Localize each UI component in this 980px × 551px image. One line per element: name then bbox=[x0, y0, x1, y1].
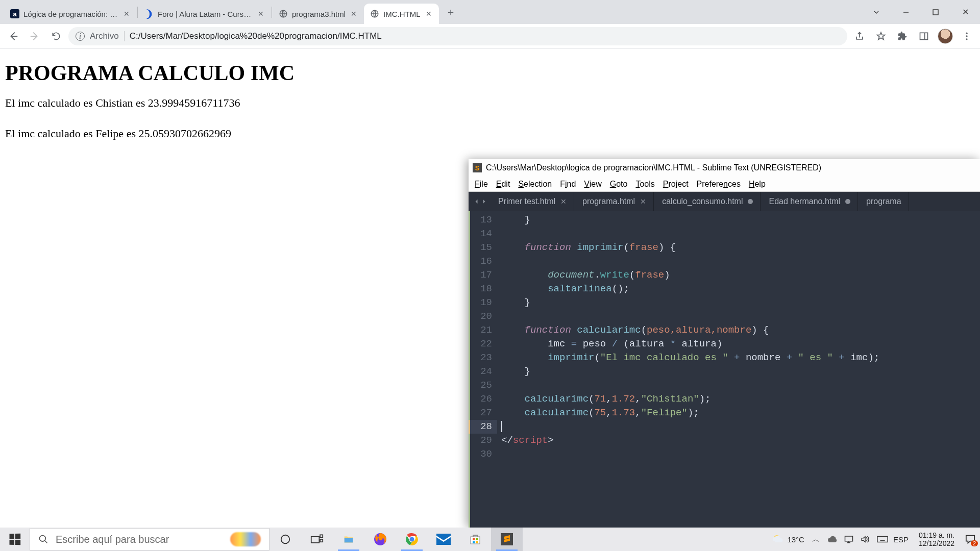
taskbar-clock[interactable]: 01:19 a. m. 12/12/2022 bbox=[916, 531, 958, 547]
browser-tab-2[interactable]: programa3.html ✕ bbox=[273, 4, 364, 24]
menu-preferences[interactable]: Preferences bbox=[694, 179, 744, 190]
cortana-icon[interactable] bbox=[270, 528, 301, 551]
menu-find[interactable]: Find bbox=[557, 179, 579, 190]
favicon-forum: ❩ bbox=[144, 9, 154, 18]
sublime-tab-4[interactable]: programa bbox=[859, 192, 909, 211]
tab-close-icon[interactable]: ✕ bbox=[425, 10, 433, 18]
windows-taskbar: Escribe aquí para buscar 13°C ︿ ESP 01:1… bbox=[0, 528, 980, 551]
svg-point-11 bbox=[281, 535, 290, 544]
tab-label: IMC.HTML bbox=[383, 10, 421, 18]
new-tab-button[interactable]: ＋ bbox=[442, 4, 459, 21]
weather-widget[interactable]: 13°C bbox=[772, 533, 804, 545]
windows-logo-icon bbox=[10, 534, 21, 545]
sublime-window: S C:\Users\Mar\Desktop\logica de program… bbox=[469, 159, 980, 528]
tray-chevron-icon[interactable]: ︿ bbox=[812, 535, 821, 544]
kebab-menu-icon[interactable] bbox=[958, 27, 976, 45]
tab-search-button[interactable] bbox=[862, 2, 891, 22]
sublime-tab-1[interactable]: programa.html✕ bbox=[575, 192, 654, 211]
profile-avatar[interactable] bbox=[936, 27, 954, 45]
sublime-tab-nav[interactable] bbox=[471, 198, 490, 205]
bookmark-star-icon[interactable] bbox=[872, 27, 890, 45]
address-bar[interactable]: i Archivo C:/Users/Mar/Desktop/logica%20… bbox=[68, 27, 847, 45]
menu-selection[interactable]: Selection bbox=[515, 179, 555, 190]
svg-rect-20 bbox=[473, 538, 475, 540]
svg-point-7 bbox=[966, 35, 967, 37]
onedrive-icon[interactable] bbox=[828, 536, 837, 543]
svg-rect-18 bbox=[436, 534, 451, 545]
input-language[interactable]: ESP bbox=[893, 535, 909, 544]
menu-edit[interactable]: Edit bbox=[493, 179, 513, 190]
tab-close-icon[interactable]: ✕ bbox=[350, 10, 358, 18]
start-button[interactable] bbox=[0, 528, 30, 551]
browser-tabstrip: a Lógica de programación: Primero ✕ ❩ Fo… bbox=[0, 0, 862, 24]
svg-rect-13 bbox=[320, 535, 323, 537]
microsoft-store-icon[interactable] bbox=[459, 528, 491, 551]
task-view-icon[interactable] bbox=[301, 528, 333, 551]
browser-tab-0[interactable]: a Lógica de programación: Primero ✕ bbox=[4, 4, 137, 24]
tab-separator bbox=[272, 7, 272, 18]
svg-rect-14 bbox=[320, 539, 323, 542]
svg-rect-26 bbox=[845, 536, 852, 541]
sublime-taskbar-icon[interactable] bbox=[491, 528, 523, 551]
sublime-tab-label: Edad hermano.html bbox=[769, 197, 840, 206]
volume-icon[interactable] bbox=[861, 535, 870, 543]
globe-icon bbox=[279, 9, 288, 18]
sublime-editor[interactable]: 131415161718192021222324252627282930 } f… bbox=[469, 211, 980, 528]
sublime-tab-label: programa bbox=[866, 197, 901, 206]
extensions-icon[interactable] bbox=[893, 27, 912, 45]
site-info-icon[interactable]: i bbox=[76, 32, 85, 41]
firefox-icon[interactable] bbox=[364, 528, 396, 551]
menu-view[interactable]: View bbox=[581, 179, 604, 190]
page-heading: PROGRAMA CALCULO IMC bbox=[5, 61, 975, 85]
action-center-icon[interactable]: 2 bbox=[965, 534, 976, 544]
page-content: PROGRAMA CALCULO IMC El imc calculado es… bbox=[0, 48, 980, 163]
menu-goto[interactable]: Goto bbox=[607, 179, 631, 190]
file-explorer-icon[interactable] bbox=[333, 528, 364, 551]
taskbar-search[interactable]: Escribe aquí para buscar bbox=[30, 528, 270, 550]
svg-rect-3 bbox=[933, 10, 938, 15]
keyboard-icon[interactable] bbox=[877, 536, 886, 543]
browser-tab-3[interactable]: IMC.HTML ✕ bbox=[364, 4, 439, 24]
close-icon[interactable]: ✕ bbox=[640, 197, 646, 206]
sublime-tab-0[interactable]: Primer test.html✕ bbox=[491, 192, 574, 211]
svg-rect-27 bbox=[877, 537, 888, 542]
svg-rect-23 bbox=[476, 541, 478, 543]
output-line-2: El imc calculado es Felipe es 25.0593070… bbox=[5, 127, 975, 140]
browser-titlebar: a Lógica de programación: Primero ✕ ❩ Fo… bbox=[0, 0, 980, 24]
sublime-tab-2[interactable]: calculo_consumo.html bbox=[655, 192, 761, 211]
nav-forward-button[interactable] bbox=[26, 27, 44, 45]
svg-line-10 bbox=[45, 541, 47, 543]
nav-reload-button[interactable] bbox=[47, 27, 65, 45]
svg-point-9 bbox=[40, 536, 46, 542]
svg-rect-21 bbox=[476, 538, 478, 540]
tab-separator bbox=[137, 7, 138, 18]
display-icon[interactable] bbox=[844, 535, 853, 543]
mail-icon[interactable] bbox=[428, 528, 459, 551]
sublime-title-text: C:\Users\Mar\Desktop\logica de programac… bbox=[486, 163, 821, 172]
code-area[interactable]: } function imprimir(frase) { document.wr… bbox=[497, 211, 980, 528]
tab-close-icon[interactable]: ✕ bbox=[122, 10, 131, 18]
menu-help[interactable]: Help bbox=[746, 179, 769, 190]
svg-point-17 bbox=[409, 537, 414, 541]
share-button[interactable] bbox=[850, 27, 869, 45]
svg-rect-12 bbox=[311, 537, 320, 543]
nav-back-button[interactable] bbox=[4, 27, 22, 45]
text-cursor bbox=[501, 421, 502, 432]
tab-label: programa3.html bbox=[292, 10, 346, 18]
side-panel-icon[interactable] bbox=[915, 27, 933, 45]
close-icon[interactable]: ✕ bbox=[560, 197, 567, 206]
menu-project[interactable]: Project bbox=[660, 179, 692, 190]
menu-tools[interactable]: Tools bbox=[632, 179, 657, 190]
sublime-tab-label: calculo_consumo.html bbox=[662, 197, 743, 206]
sublime-titlebar[interactable]: S C:\Users\Mar\Desktop\logica de program… bbox=[469, 159, 980, 177]
window-minimize-button[interactable] bbox=[891, 2, 921, 22]
browser-tab-1[interactable]: ❩ Foro | Alura Latam - Cursos online ✕ bbox=[138, 4, 271, 24]
window-controls: ✕ bbox=[862, 0, 980, 24]
sublime-tab-3[interactable]: Edad hermano.html bbox=[762, 192, 858, 211]
tab-close-icon[interactable]: ✕ bbox=[257, 10, 265, 18]
menu-file[interactable]: File bbox=[472, 179, 491, 190]
window-close-button[interactable]: ✕ bbox=[950, 2, 980, 22]
browser-toolbar: i Archivo C:/Users/Mar/Desktop/logica%20… bbox=[0, 24, 980, 48]
window-maximize-button[interactable] bbox=[921, 2, 950, 22]
chrome-icon[interactable] bbox=[396, 528, 428, 551]
